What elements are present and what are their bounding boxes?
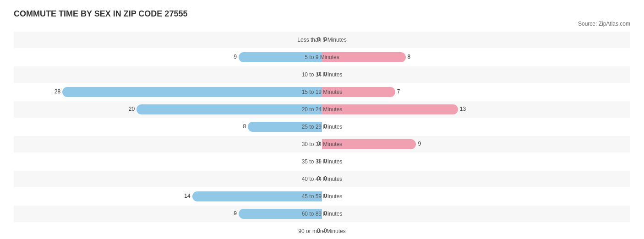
chart-row: 90 or more Minutes00 (14, 223, 630, 239)
female-value: 13 (460, 106, 466, 112)
male-value: 8 (243, 123, 246, 130)
chart-row: 10 to 14 Minutes00 (14, 66, 630, 83)
row-label: 90 or more Minutes (298, 228, 345, 234)
chart-row: 15 to 19 Minutes287 (14, 84, 630, 100)
chart-row: Less than 5 Minutes00 (14, 32, 630, 48)
male-bar (239, 209, 322, 219)
female-bar (322, 87, 395, 97)
chart-row: 35 to 39 Minutes00 (14, 153, 630, 170)
row-label: Less than 5 Minutes (297, 37, 346, 43)
chart-row: 40 to 44 Minutes00 (14, 171, 630, 187)
row-label: 40 to 44 Minutes (302, 176, 343, 182)
chart-area: Less than 5 Minutes005 to 9 Minutes9810 … (14, 32, 630, 239)
chart-title: COMMUTE TIME BY SEX IN ZIP CODE 27555 (14, 9, 630, 19)
female-value: 9 (418, 141, 421, 147)
male-value: 0 (317, 175, 320, 182)
female-bar (322, 104, 458, 114)
male-bar (192, 191, 322, 201)
female-value: 0 (324, 123, 327, 130)
chart-row: 20 to 24 Minutes2013 (14, 101, 630, 118)
female-value: 0 (324, 175, 327, 182)
male-value: 14 (184, 193, 190, 199)
source-label: Source: ZipAtlas.com (14, 21, 630, 27)
female-bar (322, 139, 416, 149)
female-value: 0 (324, 210, 327, 217)
female-value: 0 (324, 158, 327, 164)
female-value: 7 (397, 88, 400, 95)
male-value: 9 (234, 54, 237, 60)
male-value: 28 (55, 88, 60, 95)
male-value: 0 (317, 36, 320, 43)
male-value: 9 (234, 210, 237, 217)
chart-row: 25 to 29 Minutes80 (14, 119, 630, 135)
chart-row: 5 to 9 Minutes98 (14, 49, 630, 65)
female-value: 8 (408, 54, 411, 60)
male-value: 0 (317, 141, 320, 147)
chart-row: 30 to 34 Minutes09 (14, 136, 630, 152)
male-value: 0 (317, 158, 320, 164)
female-value: 0 (324, 193, 327, 199)
male-bar (62, 87, 322, 97)
male-bar (248, 122, 322, 132)
chart-row: 60 to 89 Minutes90 (14, 206, 630, 222)
female-value: 0 (324, 71, 327, 77)
male-bar (239, 52, 322, 62)
female-value: 0 (324, 228, 327, 234)
male-bar (136, 104, 322, 114)
female-value: 0 (324, 36, 327, 43)
row-label: 10 to 14 Minutes (302, 71, 343, 78)
row-label: 35 to 39 Minutes (302, 158, 343, 165)
chart-row: 45 to 59 Minutes140 (14, 188, 630, 205)
male-value: 0 (317, 228, 320, 234)
male-value: 20 (129, 106, 135, 112)
male-value: 0 (317, 71, 320, 77)
female-bar (322, 52, 406, 62)
